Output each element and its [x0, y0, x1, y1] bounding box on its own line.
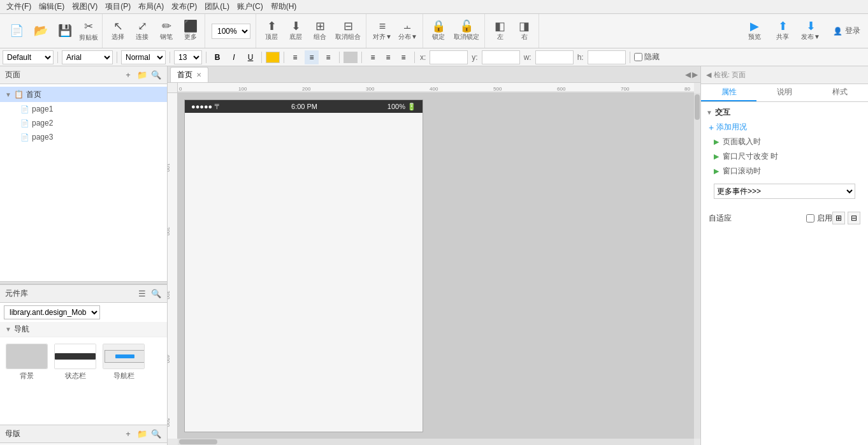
comp-category-nav[interactable]: ▼ 导航	[0, 322, 167, 337]
comp-search-icon[interactable]: 🔍	[150, 288, 162, 300]
sep9	[414, 52, 415, 63]
pencil-button[interactable]: ✏ 钢笔	[155, 16, 178, 47]
x-label: x:	[419, 53, 427, 62]
adaptive-icon-btn-2[interactable]: ⊟	[848, 212, 860, 224]
text-color-button[interactable]	[266, 52, 280, 63]
h-scrollbar-thumb[interactable]	[179, 439, 217, 444]
style-select[interactable]: Default	[3, 50, 54, 64]
page-tree: ▼ 📋 首页 📄 page1 📄 page2 📄 page3	[0, 84, 167, 147]
h-scrollbar[interactable]	[178, 439, 694, 445]
comp-menu-icon[interactable]: ☰	[136, 288, 148, 300]
new-button[interactable]: 📄	[5, 16, 28, 47]
right-tabs: 属性 说明 样式	[701, 84, 868, 102]
connect-button[interactable]: ⤢ 连接	[131, 16, 154, 47]
canvas-content[interactable]: ●●●●● 〒 6:00 PM 100% 🔋	[178, 93, 694, 439]
tab-close-icon[interactable]: ✕	[196, 71, 201, 78]
adaptive-icon-btn-1[interactable]: ⊞	[832, 212, 845, 224]
send-bottom-button[interactable]: ⬇ 底层	[284, 16, 307, 47]
menu-project[interactable]: 项目(P)	[101, 1, 134, 12]
menu-edit[interactable]: 编辑(E)	[35, 1, 68, 12]
format-opt2[interactable]: ≡	[381, 50, 395, 64]
scroll-right-icon[interactable]: ▶	[692, 70, 698, 79]
user-icon: 👤	[833, 27, 843, 36]
library-select[interactable]: library.ant.design_Mob	[4, 305, 100, 319]
align-right-button[interactable]: ≡	[321, 50, 335, 64]
hide-checkbox[interactable]	[634, 53, 642, 61]
share-button[interactable]: ⬆ 共享	[769, 16, 796, 47]
bring-top-button[interactable]: ⬆ 顶层	[260, 16, 283, 47]
distribute-button[interactable]: ⫠ 分布▼	[396, 16, 420, 47]
font-style-select[interactable]: Normal Bold Italic	[121, 50, 166, 64]
master-add-icon[interactable]: +	[122, 428, 134, 440]
event-item-resize[interactable]: ▶ 窗口尺寸改变 时	[704, 149, 865, 164]
unlock-button[interactable]: 🔓 取消锁定	[451, 16, 482, 47]
menu-team[interactable]: 团队(L)	[201, 1, 233, 12]
v-scrollbar-thumb[interactable]	[695, 94, 700, 120]
event-item-scroll[interactable]: ▶ 窗口滚动时	[704, 164, 865, 179]
menu-view[interactable]: 视图(V)	[68, 1, 101, 12]
ungroup-button[interactable]: ⊟ 取消组合	[333, 16, 363, 47]
adaptive-checkbox[interactable]	[806, 214, 814, 222]
underline-button[interactable]: U	[243, 50, 257, 64]
y-input[interactable]	[482, 50, 520, 64]
menu-help[interactable]: 帮助(H)	[267, 1, 301, 12]
page-item-page2[interactable]: 📄 page2	[0, 116, 167, 130]
menu-account[interactable]: 账户(C)	[233, 1, 267, 12]
group-button[interactable]: ⊞ 组合	[308, 16, 331, 47]
zoom-select[interactable]: 100% 50% 75% 150% 200%	[212, 24, 250, 39]
interaction-title-row[interactable]: ▼ 交互	[704, 105, 865, 120]
menu-publish[interactable]: 发布(P)	[168, 1, 201, 12]
font-select[interactable]: Arial	[62, 50, 113, 64]
left-align-button[interactable]: ◧ 左	[489, 16, 512, 47]
master-search-icon[interactable]: 🔍	[150, 428, 162, 440]
comp-item-statusbar[interactable]: 状态栏	[52, 341, 98, 383]
h-input[interactable]	[588, 50, 626, 64]
pages-folder-icon[interactable]: 📁	[136, 69, 148, 81]
align-left-button[interactable]: ≡	[288, 50, 302, 64]
menu-layout[interactable]: 布局(A)	[134, 1, 168, 12]
publish-button[interactable]: ⬇ 发布▼	[797, 16, 824, 47]
page-item-page1[interactable]: 📄 page1	[0, 102, 167, 116]
tab-description[interactable]: 说明	[756, 84, 812, 101]
font-size-select[interactable]: 13 89101112 14161824	[174, 50, 202, 64]
v-scrollbar[interactable]	[694, 93, 700, 439]
format-opt1[interactable]: ≡	[366, 50, 380, 64]
login-button[interactable]: 👤 登录	[828, 23, 865, 39]
zoom-control: 100% 50% 75% 150% 200%	[212, 24, 250, 39]
right-align-button[interactable]: ◨ 右	[513, 16, 536, 47]
menu-file[interactable]: 文件(F)	[3, 1, 35, 12]
phone-content	[185, 113, 423, 432]
save-button[interactable]: 💾	[54, 16, 76, 47]
page-item-home[interactable]: ▼ 📋 首页	[0, 87, 167, 102]
lock-button[interactable]: 🔒 锁定	[427, 16, 450, 47]
event-item-load[interactable]: ▶ 页面载入时	[704, 135, 865, 149]
w-input[interactable]	[535, 50, 574, 64]
align-button[interactable]: ≡ 对齐▼	[370, 16, 394, 47]
pages-search-icon[interactable]: 🔍	[150, 69, 162, 81]
ruler-h-svg: 0 100 200 300 400 500 600 700 80	[178, 83, 694, 93]
comp-item-navbar[interactable]: 导航栏	[101, 341, 147, 383]
scroll-left-icon[interactable]: ◀	[685, 70, 691, 79]
comp-item-bg[interactable]: 背景	[4, 341, 50, 383]
bold-button[interactable]: B	[210, 50, 224, 64]
pages-add-icon[interactable]: +	[122, 69, 134, 81]
tab-properties[interactable]: 属性	[701, 84, 756, 101]
more-events-select[interactable]: 更多事件>>>	[714, 184, 855, 199]
group-label: 组合	[314, 33, 326, 41]
more-tools-button[interactable]: ⬛ 更多	[179, 16, 202, 47]
format-opt3[interactable]: ≡	[396, 50, 410, 64]
select-button[interactable]: ↖ 选择	[106, 16, 129, 47]
x-input[interactable]	[430, 50, 468, 64]
y-label: y:	[470, 53, 479, 62]
page-item-page3[interactable]: 📄 page3	[0, 130, 167, 144]
add-interaction-link[interactable]: 添加用况	[716, 122, 747, 133]
bg-thumb-visual	[6, 344, 47, 368]
italic-button[interactable]: I	[227, 50, 241, 64]
tab-style[interactable]: 样式	[813, 84, 868, 101]
canvas-tab-home[interactable]: 首页 ✕	[170, 67, 208, 82]
open-button[interactable]: 📂	[29, 16, 52, 47]
master-folder-icon[interactable]: 📁	[136, 428, 148, 440]
fill-color-button[interactable]	[344, 52, 358, 63]
preview-button[interactable]: ▶ 预览	[741, 16, 768, 47]
align-center-button[interactable]: ≡	[305, 50, 319, 64]
